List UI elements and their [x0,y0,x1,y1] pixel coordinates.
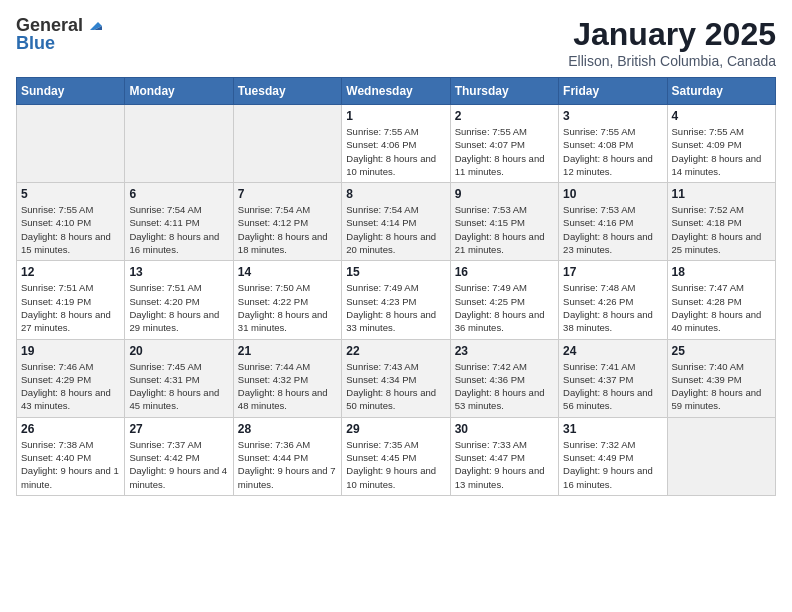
day-number: 12 [21,265,120,279]
day-number: 20 [129,344,228,358]
day-number: 24 [563,344,662,358]
day-number: 4 [672,109,771,123]
day-number: 14 [238,265,337,279]
month-title: January 2025 [568,16,776,53]
table-row: 28 Sunrise: 7:36 AMSunset: 4:44 PMDaylig… [233,417,341,495]
day-number: 17 [563,265,662,279]
header-monday: Monday [125,78,233,105]
table-row [667,417,775,495]
day-info: Sunrise: 7:55 AMSunset: 4:08 PMDaylight:… [563,125,662,178]
page-header: General Blue January 2025 Ellison, Briti… [16,16,776,69]
logo-blue: Blue [16,34,55,52]
day-number: 9 [455,187,554,201]
day-info: Sunrise: 7:46 AMSunset: 4:29 PMDaylight:… [21,360,120,413]
table-row: 23 Sunrise: 7:42 AMSunset: 4:36 PMDaylig… [450,339,558,417]
calendar-week-row: 19 Sunrise: 7:46 AMSunset: 4:29 PMDaylig… [17,339,776,417]
day-number: 8 [346,187,445,201]
location-title: Ellison, British Columbia, Canada [568,53,776,69]
day-number: 15 [346,265,445,279]
table-row [233,105,341,183]
day-number: 29 [346,422,445,436]
day-number: 2 [455,109,554,123]
calendar-week-row: 26 Sunrise: 7:38 AMSunset: 4:40 PMDaylig… [17,417,776,495]
table-row: 20 Sunrise: 7:45 AMSunset: 4:31 PMDaylig… [125,339,233,417]
table-row: 18 Sunrise: 7:47 AMSunset: 4:28 PMDaylig… [667,261,775,339]
calendar-week-row: 12 Sunrise: 7:51 AMSunset: 4:19 PMDaylig… [17,261,776,339]
table-row: 25 Sunrise: 7:40 AMSunset: 4:39 PMDaylig… [667,339,775,417]
day-number: 26 [21,422,120,436]
day-info: Sunrise: 7:45 AMSunset: 4:31 PMDaylight:… [129,360,228,413]
day-info: Sunrise: 7:53 AMSunset: 4:15 PMDaylight:… [455,203,554,256]
table-row: 13 Sunrise: 7:51 AMSunset: 4:20 PMDaylig… [125,261,233,339]
table-row: 3 Sunrise: 7:55 AMSunset: 4:08 PMDayligh… [559,105,667,183]
logo-bird-icon [84,16,102,34]
day-number: 22 [346,344,445,358]
day-number: 25 [672,344,771,358]
day-number: 7 [238,187,337,201]
table-row: 10 Sunrise: 7:53 AMSunset: 4:16 PMDaylig… [559,183,667,261]
calendar-table: Sunday Monday Tuesday Wednesday Thursday… [16,77,776,496]
day-info: Sunrise: 7:49 AMSunset: 4:23 PMDaylight:… [346,281,445,334]
table-row: 31 Sunrise: 7:32 AMSunset: 4:49 PMDaylig… [559,417,667,495]
table-row [125,105,233,183]
table-row: 17 Sunrise: 7:48 AMSunset: 4:26 PMDaylig… [559,261,667,339]
day-info: Sunrise: 7:42 AMSunset: 4:36 PMDaylight:… [455,360,554,413]
day-info: Sunrise: 7:51 AMSunset: 4:20 PMDaylight:… [129,281,228,334]
day-info: Sunrise: 7:55 AMSunset: 4:10 PMDaylight:… [21,203,120,256]
day-number: 11 [672,187,771,201]
logo-general: General [16,16,83,34]
day-number: 19 [21,344,120,358]
day-info: Sunrise: 7:43 AMSunset: 4:34 PMDaylight:… [346,360,445,413]
day-info: Sunrise: 7:38 AMSunset: 4:40 PMDaylight:… [21,438,120,491]
logo: General Blue [16,16,102,52]
table-row: 21 Sunrise: 7:44 AMSunset: 4:32 PMDaylig… [233,339,341,417]
table-row [17,105,125,183]
table-row: 14 Sunrise: 7:50 AMSunset: 4:22 PMDaylig… [233,261,341,339]
calendar-week-row: 5 Sunrise: 7:55 AMSunset: 4:10 PMDayligh… [17,183,776,261]
day-info: Sunrise: 7:36 AMSunset: 4:44 PMDaylight:… [238,438,337,491]
table-row: 19 Sunrise: 7:46 AMSunset: 4:29 PMDaylig… [17,339,125,417]
day-info: Sunrise: 7:55 AMSunset: 4:09 PMDaylight:… [672,125,771,178]
table-row: 16 Sunrise: 7:49 AMSunset: 4:25 PMDaylig… [450,261,558,339]
table-row: 7 Sunrise: 7:54 AMSunset: 4:12 PMDayligh… [233,183,341,261]
header-tuesday: Tuesday [233,78,341,105]
day-number: 28 [238,422,337,436]
header-wednesday: Wednesday [342,78,450,105]
title-block: January 2025 Ellison, British Columbia, … [568,16,776,69]
day-info: Sunrise: 7:54 AMSunset: 4:14 PMDaylight:… [346,203,445,256]
day-info: Sunrise: 7:35 AMSunset: 4:45 PMDaylight:… [346,438,445,491]
day-info: Sunrise: 7:49 AMSunset: 4:25 PMDaylight:… [455,281,554,334]
day-number: 21 [238,344,337,358]
table-row: 5 Sunrise: 7:55 AMSunset: 4:10 PMDayligh… [17,183,125,261]
day-info: Sunrise: 7:44 AMSunset: 4:32 PMDaylight:… [238,360,337,413]
header-saturday: Saturday [667,78,775,105]
calendar-week-row: 1 Sunrise: 7:55 AMSunset: 4:06 PMDayligh… [17,105,776,183]
day-info: Sunrise: 7:32 AMSunset: 4:49 PMDaylight:… [563,438,662,491]
day-number: 30 [455,422,554,436]
table-row: 24 Sunrise: 7:41 AMSunset: 4:37 PMDaylig… [559,339,667,417]
table-row: 29 Sunrise: 7:35 AMSunset: 4:45 PMDaylig… [342,417,450,495]
day-number: 6 [129,187,228,201]
day-info: Sunrise: 7:55 AMSunset: 4:07 PMDaylight:… [455,125,554,178]
day-info: Sunrise: 7:40 AMSunset: 4:39 PMDaylight:… [672,360,771,413]
day-info: Sunrise: 7:50 AMSunset: 4:22 PMDaylight:… [238,281,337,334]
day-number: 18 [672,265,771,279]
table-row: 1 Sunrise: 7:55 AMSunset: 4:06 PMDayligh… [342,105,450,183]
header-thursday: Thursday [450,78,558,105]
day-number: 16 [455,265,554,279]
day-info: Sunrise: 7:51 AMSunset: 4:19 PMDaylight:… [21,281,120,334]
table-row: 11 Sunrise: 7:52 AMSunset: 4:18 PMDaylig… [667,183,775,261]
day-info: Sunrise: 7:41 AMSunset: 4:37 PMDaylight:… [563,360,662,413]
table-row: 30 Sunrise: 7:33 AMSunset: 4:47 PMDaylig… [450,417,558,495]
day-number: 27 [129,422,228,436]
table-row: 26 Sunrise: 7:38 AMSunset: 4:40 PMDaylig… [17,417,125,495]
table-row: 12 Sunrise: 7:51 AMSunset: 4:19 PMDaylig… [17,261,125,339]
day-number: 10 [563,187,662,201]
table-row: 8 Sunrise: 7:54 AMSunset: 4:14 PMDayligh… [342,183,450,261]
day-number: 13 [129,265,228,279]
day-info: Sunrise: 7:54 AMSunset: 4:11 PMDaylight:… [129,203,228,256]
day-info: Sunrise: 7:37 AMSunset: 4:42 PMDaylight:… [129,438,228,491]
day-info: Sunrise: 7:54 AMSunset: 4:12 PMDaylight:… [238,203,337,256]
table-row: 15 Sunrise: 7:49 AMSunset: 4:23 PMDaylig… [342,261,450,339]
table-row: 6 Sunrise: 7:54 AMSunset: 4:11 PMDayligh… [125,183,233,261]
